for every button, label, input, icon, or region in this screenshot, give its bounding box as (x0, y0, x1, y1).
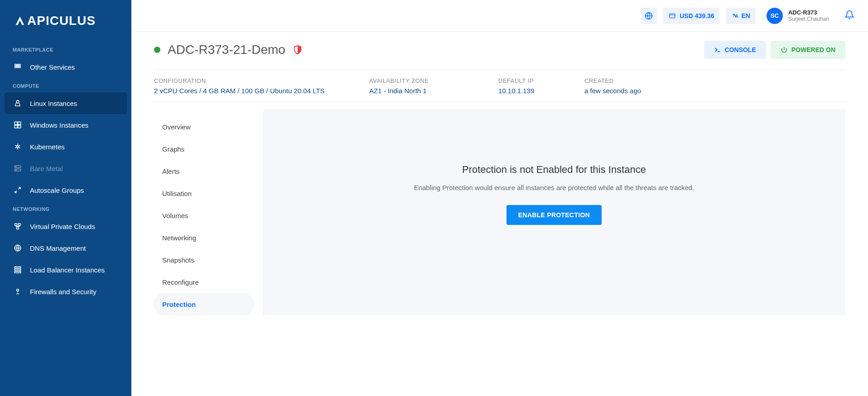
svg-rect-21 (14, 269, 21, 271)
panel-title: Protection is not Enabled for this Insta… (462, 164, 646, 176)
svg-point-15 (16, 170, 17, 171)
shield-alert-icon (293, 45, 303, 55)
sidebar-item-label: Firewalls and Security (30, 288, 96, 296)
ip-label: DEFAULT IP (498, 77, 566, 84)
sidebar-item-label: Virtual Private Clouds (30, 223, 95, 230)
tab-protection[interactable]: Protection (154, 293, 254, 315)
svg-rect-17 (19, 224, 21, 226)
section-label: COMPUTE (0, 78, 131, 92)
svg-point-14 (16, 167, 17, 167)
instance-tabs: OverviewGraphsAlertsUtilisationVolumesNe… (154, 110, 254, 315)
tab-graphs[interactable]: Graphs (154, 138, 254, 160)
translate-icon (731, 12, 738, 19)
brand-logo[interactable]: APICULUS (0, 9, 131, 42)
power-button[interactable]: POWERED ON (771, 41, 845, 59)
sidebar-item-autoscale-groups[interactable]: Autoscale Groups (0, 179, 131, 201)
sidebar-item-windows-instances[interactable]: Windows Instances (0, 114, 131, 136)
section-label: NETWORKING (0, 201, 131, 215)
status-dot-running (154, 47, 160, 53)
user-menu[interactable]: SC ADC-R373 Surjeet Chauhan (767, 8, 829, 24)
ip-value[interactable]: 10.10.1.139 (498, 87, 566, 95)
svg-rect-1 (17, 64, 19, 66)
console-button[interactable]: CONSOLE (704, 41, 766, 59)
tab-overview[interactable]: Overview (154, 116, 254, 138)
svg-rect-8 (18, 122, 21, 124)
dns-icon (13, 243, 23, 253)
tab-alerts[interactable]: Alerts (154, 160, 254, 182)
sidebar-item-label: DNS Management (30, 244, 86, 252)
instance-title: ADC-R373-21-Demo (168, 43, 285, 57)
az-value[interactable]: AZ1 - India North 1 (369, 87, 480, 95)
sidebar-item-label: Load Balancer Instances (30, 266, 105, 274)
sidebar-item-label: Autoscale Groups (30, 186, 84, 194)
terminal-icon (714, 46, 721, 53)
tab-networking[interactable]: Networking (154, 227, 254, 249)
topbar: USD 439.36 EN SC ADC-R373 Surjeet Chauha… (131, 0, 868, 32)
language-button[interactable]: EN (726, 8, 755, 24)
svg-rect-20 (14, 267, 21, 268)
lb-icon (13, 265, 23, 275)
sidebar-item-load-balancer-instances[interactable]: Load Balancer Instances (0, 259, 131, 281)
grid-icon (13, 62, 23, 72)
firewall-icon (13, 286, 23, 296)
linux-icon (13, 98, 23, 108)
tab-volumes[interactable]: Volumes (154, 205, 254, 227)
created-value: a few seconds ago (584, 87, 641, 95)
svg-point-23 (17, 289, 19, 291)
sidebar-item-firewalls-and-security[interactable]: Firewalls and Security (0, 281, 131, 302)
user-name: Surjeet Chauhan (788, 16, 829, 22)
sidebar-item-other-services[interactable]: Other Services (0, 56, 131, 78)
svg-rect-4 (17, 67, 19, 68)
instance-meta-row: CONFIGURATION 2 vCPU Cores / 4 GB RAM / … (154, 70, 845, 102)
sidebar-item-label: Kubernetes (30, 143, 65, 151)
wallet-icon (669, 12, 676, 19)
svg-rect-2 (19, 64, 20, 66)
sidebar-item-label: Linux Instances (30, 100, 77, 107)
power-label: POWERED ON (791, 46, 835, 53)
sidebar-item-label: Bare Metal (30, 165, 63, 172)
sidebar-item-virtual-private-clouds[interactable]: Virtual Private Clouds (0, 215, 131, 237)
globe-button[interactable] (641, 8, 657, 24)
tab-reconfigure[interactable]: Reconfigure (154, 271, 254, 293)
svg-rect-3 (15, 67, 16, 68)
config-value[interactable]: 2 vCPU Cores / 4 GB RAM / 100 GB / Ubunt… (154, 87, 351, 95)
console-label: CONSOLE (725, 46, 756, 53)
svg-rect-22 (14, 272, 21, 273)
sidebar-item-dns-management[interactable]: DNS Management (0, 237, 131, 259)
svg-rect-0 (15, 64, 16, 66)
svg-point-6 (16, 100, 19, 103)
svg-rect-18 (17, 227, 19, 229)
brand-name: APICULUS (27, 14, 96, 28)
az-label: AVAILABILITY ZONE (369, 77, 480, 84)
content-area: ADC-R373-21-Demo CONSOLE POWERED ON (131, 32, 868, 396)
config-label: CONFIGURATION (154, 77, 351, 84)
vpc-icon (13, 221, 23, 231)
user-code: ADC-R373 (788, 9, 829, 16)
sidebar-item-linux-instances[interactable]: Linux Instances (5, 92, 127, 114)
notifications-button[interactable] (844, 10, 854, 22)
user-info: ADC-R373 Surjeet Chauhan (788, 9, 829, 22)
svg-rect-16 (15, 224, 17, 226)
svg-rect-9 (14, 125, 17, 128)
enable-protection-button[interactable]: ENABLE PROTECTION (506, 205, 602, 225)
power-icon (781, 46, 788, 53)
bell-icon (844, 10, 854, 20)
kube-icon (13, 142, 23, 152)
svg-rect-10 (18, 125, 21, 128)
balance-button[interactable]: USD 439.36 (663, 8, 719, 24)
panel-subtitle: Enabling Protection would ensure all ins… (414, 184, 694, 191)
balance-text: USD 439.36 (680, 12, 714, 19)
sidebar-item-label: Windows Instances (30, 121, 88, 129)
sidebar: APICULUS MARKETPLACEOther ServicesCOMPUT… (0, 0, 131, 396)
tab-snapshots[interactable]: Snapshots (154, 249, 254, 271)
section-label: MARKETPLACE (0, 42, 131, 56)
svg-rect-7 (14, 122, 17, 124)
created-label: CREATED (584, 77, 641, 84)
tab-utilisation[interactable]: Utilisation (154, 182, 254, 205)
sidebar-item-kubernetes[interactable]: Kubernetes (0, 136, 131, 157)
main-area: USD 439.36 EN SC ADC-R373 Surjeet Chauha… (131, 0, 868, 396)
language-text: EN (741, 12, 750, 19)
avatar: SC (767, 8, 783, 24)
autoscale-icon (13, 185, 23, 195)
server-icon (13, 163, 23, 173)
